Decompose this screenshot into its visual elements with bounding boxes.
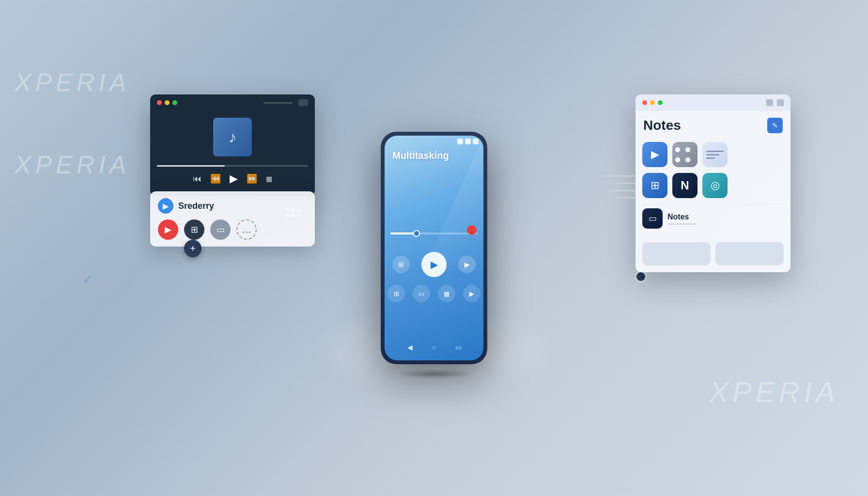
speed-line-3	[602, 190, 636, 191]
app-tile-multi[interactable]	[672, 142, 698, 167]
xperia-watermark-top-left: XPERIA	[15, 68, 130, 97]
notes-minimize-button[interactable]	[650, 100, 655, 105]
speed-lines-decoration	[597, 170, 636, 266]
app-logo: ▶	[158, 198, 173, 214]
music-title-bar	[264, 102, 293, 104]
notes-header-action-icon[interactable]: ✎	[767, 118, 783, 133]
app-tile-blue2[interactable]: ⊞	[642, 173, 667, 198]
dot	[292, 214, 294, 217]
phone-progress-fill	[390, 232, 417, 234]
app-bar-header: ▶ Srederry	[158, 198, 307, 214]
menu-icon: ≡	[473, 139, 479, 144]
apps-row-2: ⊞ N ◎	[642, 173, 784, 198]
bottom-tile-2	[715, 242, 784, 265]
phone-icon-3[interactable]: ▦	[438, 285, 455, 302]
app-bar-panel: ▶ Srederry ▶ ⊞ ▭ …	[150, 191, 315, 247]
phone-notification-dot	[467, 225, 477, 235]
rewind-button[interactable]: ⏪	[210, 173, 221, 184]
phone-screen: ? ▮ ≡ Multitasking ⊞ ▶ ▶	[385, 136, 483, 360]
dot4	[685, 157, 690, 162]
album-art: ♪	[213, 118, 252, 156]
list-line-1	[706, 151, 724, 152]
xperia-watermark-bottom-right: XPERIA	[709, 375, 839, 409]
forward-button[interactable]: ⏩	[247, 173, 257, 184]
notes-item-row: ▭ Notes	[642, 204, 784, 232]
dot-row-1	[286, 208, 300, 211]
app-icons-row: ▶ ⊞ ▭ …	[158, 219, 307, 240]
dot3	[675, 157, 680, 162]
dot1	[675, 147, 680, 152]
dot-cluster	[286, 208, 300, 217]
app-icon-dark[interactable]: ⊞	[184, 219, 204, 240]
notes-title-icon-2	[777, 99, 784, 106]
dot-row-2	[286, 214, 300, 217]
minimize-button[interactable]	[165, 100, 170, 105]
notes-item-icon: ▭	[642, 208, 663, 229]
phone-back-icon[interactable]: ⊞	[392, 256, 410, 273]
nav-back-icon[interactable]: ◀	[404, 342, 415, 353]
app-tile-wrapper-3	[702, 142, 728, 167]
music-player-titlebar	[150, 94, 315, 111]
nav-recents-icon[interactable]: ▭	[453, 342, 464, 353]
phone-body: ? ▮ ≡ Multitasking ⊞ ▶ ▶	[381, 132, 487, 364]
phone-icon-2[interactable]: ▭	[413, 285, 430, 302]
deco-chevron: ✓	[82, 271, 93, 287]
app-tile-blue[interactable]: ▶	[642, 142, 667, 167]
app-tile-list[interactable]	[702, 142, 728, 167]
phone-nav-bar: ◀ ○ ▭	[385, 342, 483, 353]
maximize-button[interactable]	[172, 100, 177, 105]
music-title-icons	[262, 99, 308, 106]
app-tile-wrapper-6: ◎	[702, 173, 728, 198]
music-content-area: ♪ ⏮ ⏪ ▶ ⏩ ▦	[150, 111, 315, 196]
notes-titlebar	[636, 94, 790, 111]
nav-home-icon[interactable]: ○	[429, 342, 439, 353]
app-icon-add[interactable]: …	[236, 219, 257, 240]
speed-ball-decoration	[636, 272, 645, 281]
dot	[286, 208, 289, 211]
music-player-panel: ♪ ⏮ ⏪ ▶ ⏩ ▦	[150, 94, 315, 196]
phone-main-controls: ⊞ ▶ ▶	[385, 252, 483, 277]
speed-line-4	[611, 197, 636, 199]
phone-icon-1[interactable]: ⊞	[388, 285, 405, 302]
phone-icon-4[interactable]: ▶	[463, 285, 480, 302]
notes-item-title: Notes	[667, 213, 697, 221]
dot	[297, 208, 300, 211]
app-bar-name: Srederry	[178, 201, 214, 211]
phone-progress-dot	[413, 230, 420, 237]
app-tile-dark[interactable]: N	[672, 173, 698, 198]
phone-forward-icon[interactable]: ▶	[458, 256, 476, 273]
xperia-watermark-mid-left: XPERIA	[15, 150, 130, 179]
bottom-tile-1	[642, 242, 711, 265]
app-logo-icon: ▶	[163, 202, 169, 211]
phone-progress-bar[interactable]	[390, 232, 478, 234]
dot	[292, 208, 294, 211]
app-icon-red[interactable]: ▶	[158, 219, 178, 240]
notes-item-subtitle-bar	[667, 223, 697, 225]
list-line-3	[706, 157, 715, 159]
notes-close-button[interactable]	[642, 100, 647, 105]
app-tile-teal[interactable]: ◎	[702, 173, 728, 198]
notes-item-info: Notes	[667, 213, 697, 225]
list-line-2	[706, 154, 719, 155]
music-controls: ⏮ ⏪ ▶ ⏩ ▦	[193, 172, 272, 185]
music-note-icon: ♪	[229, 128, 236, 146]
app-icon-gray[interactable]: ▭	[210, 219, 231, 240]
app-tile-wrapper-4: ⊞	[642, 173, 667, 198]
speed-line-1	[597, 175, 636, 177]
notes-bottom-area	[636, 239, 790, 272]
phone-shadow	[395, 369, 473, 379]
prev-button[interactable]: ⏮	[193, 174, 202, 184]
music-progress-fill	[157, 165, 225, 167]
notes-maximize-button[interactable]	[658, 100, 663, 105]
music-progress-bar[interactable]	[157, 165, 308, 167]
music-window-icon	[298, 99, 308, 106]
phone-play-button[interactable]: ▶	[421, 252, 447, 277]
close-button[interactable]	[157, 100, 162, 105]
app-tile-wrapper-1: ▶	[642, 142, 667, 167]
dot	[286, 214, 289, 217]
floating-plus-button[interactable]: +	[184, 240, 202, 257]
notes-header: Notes ✎	[636, 111, 790, 138]
list-lines	[702, 147, 728, 163]
notes-apps-grid: ▶	[636, 138, 790, 239]
play-button[interactable]: ▶	[230, 172, 238, 185]
